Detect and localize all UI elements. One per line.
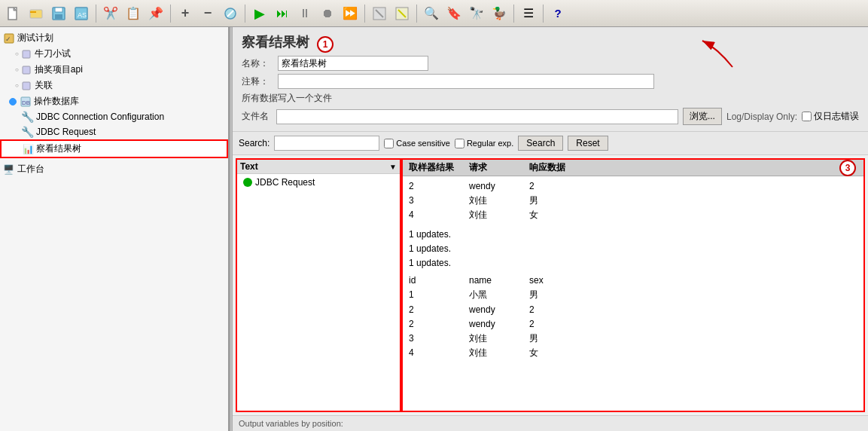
search-button-bar[interactable]: Search <box>518 136 563 151</box>
tree-item-extract[interactable]: ○ 抽奖项目api <box>0 62 228 78</box>
extract-label: 抽奖项目api <box>35 63 83 76</box>
plan-icon: ✓ <box>3 32 15 44</box>
sep5 <box>416 5 417 23</box>
search-button[interactable]: 🔍 <box>421 3 442 24</box>
table-row: 2 wendy 2 <box>409 317 857 332</box>
remove-button[interactable]: − <box>197 3 218 24</box>
cell: 1 updates. <box>409 256 454 271</box>
table-row: 1 updates. <box>409 256 857 271</box>
filename-input[interactable] <box>276 109 678 124</box>
open-button[interactable] <box>26 3 47 24</box>
clear-button[interactable] <box>220 3 241 24</box>
relation-label: 关联 <box>35 79 53 92</box>
operate-icon: DB <box>20 96 32 108</box>
saveas-button[interactable]: AS <box>71 3 92 24</box>
tree-item-worker[interactable]: 🖥️ 工作台 <box>0 161 228 177</box>
col-header-2: 请求 <box>469 161 514 174</box>
cell: 刘佳 <box>469 346 514 360</box>
help-button[interactable]: ? <box>547 3 568 24</box>
col-header-3: 响应数据 <box>529 161 574 174</box>
run-no-pause-button[interactable]: ⏭ <box>272 3 293 24</box>
sep7 <box>543 5 544 23</box>
cell: 刘佳 <box>469 332 514 346</box>
tree-item-relation[interactable]: ○ 关联 <box>0 78 228 93</box>
tree-item-result-tree[interactable]: 📊 察看结果树 2 <box>0 139 228 158</box>
search-bar: Search: Case sensitive Regular exp. Sear… <box>233 132 868 155</box>
add-button[interactable]: + <box>175 3 196 24</box>
search-input[interactable] <box>274 136 379 151</box>
only-errors-checkbox[interactable]: 仅日志错误 <box>802 110 859 123</box>
run-button[interactable]: ▶ <box>249 3 270 24</box>
table-row: 2 wendy 2 <box>409 303 857 317</box>
tree-results-header: Text ▼ <box>237 160 400 174</box>
cell: wendy <box>469 303 514 317</box>
svg-rect-5 <box>55 8 62 12</box>
list-button[interactable]: ☰ <box>518 3 539 24</box>
sep6 <box>513 5 514 23</box>
clear-all-button[interactable] <box>369 3 390 24</box>
data-panel: 取样器结果 请求 响应数据 3 2 wendy 2 <box>401 158 865 412</box>
main-layout: ✓ 测试计划 ○ 牛刀小试 ○ 抽奖项目api ○ <box>0 27 868 431</box>
run-thread-button[interactable]: ⏩ <box>340 3 361 24</box>
case-sensitive-checkbox[interactable] <box>384 139 394 148</box>
cell: name <box>469 274 514 288</box>
result-tree-icon: 📊 <box>23 144 34 154</box>
svg-rect-6 <box>55 14 62 19</box>
only-errors-label: 仅日志错误 <box>814 110 859 123</box>
callout-1: 1 <box>317 36 333 53</box>
bullet-relation: ○ <box>15 82 19 89</box>
tree-item-knife[interactable]: ○ 牛刀小试 <box>0 46 228 62</box>
svg-text:DB: DB <box>22 99 30 106</box>
jdbc-result-item[interactable]: JDBC Request <box>237 174 400 191</box>
clear-btn2[interactable] <box>391 3 413 24</box>
paste-button[interactable]: 📌 <box>145 3 166 24</box>
tree-item-operate-db[interactable]: DB 操作数据库 <box>0 93 228 109</box>
pause-button[interactable]: ⏸ <box>294 3 315 24</box>
table-row: 1 updates. <box>409 228 857 242</box>
copy-button[interactable]: 📋 <box>123 3 144 24</box>
new-button[interactable] <box>3 3 24 24</box>
knife-icon <box>20 48 32 60</box>
binoculars-button[interactable]: 🔭 <box>466 3 487 24</box>
filename-label: 文件名 <box>242 110 272 123</box>
left-panel: ✓ 测试计划 ○ 牛刀小试 ○ 抽奖项目api ○ <box>0 27 230 431</box>
regular-exp-label[interactable]: Regular exp. <box>455 139 513 148</box>
svg-text:AS: AS <box>78 11 87 19</box>
regular-exp-checkbox[interactable] <box>455 139 464 148</box>
right-panel: 察看结果树 1 名称： 注释： 所有数据写入一个文件 文件名 浏览... <box>233 27 868 431</box>
tree-item-plan[interactable]: ✓ 测试计划 <box>0 30 228 46</box>
table-row: 3 刘佳 男 <box>409 332 857 346</box>
bullet-extract: ○ <box>15 66 19 73</box>
stop-button[interactable]: ⏺ <box>317 3 338 24</box>
page-title: 察看结果树 <box>242 33 309 51</box>
browse-button[interactable]: 浏览... <box>683 108 722 125</box>
table-row: 3 刘佳 男 <box>409 194 857 208</box>
text-column-header: Text <box>240 161 386 172</box>
sep2 <box>170 5 171 23</box>
success-icon <box>243 178 252 187</box>
data-header: 取样器结果 请求 响应数据 3 <box>403 160 863 176</box>
bottom-bar: Output variables by position: <box>233 415 868 431</box>
cell: 4 <box>409 208 454 222</box>
bullet-knife: ○ <box>15 50 19 57</box>
svg-rect-3 <box>30 11 36 13</box>
save-button[interactable] <box>48 3 69 24</box>
all-data-label: 所有数据写入一个文件 <box>242 92 859 105</box>
name-input[interactable] <box>278 56 428 71</box>
case-sensitive-label[interactable]: Case sensitive <box>384 139 450 148</box>
tree-item-jdbc-config[interactable]: 🔧 JDBC Connection Configuration <box>0 109 228 124</box>
tree-results-panel: Text ▼ JDBC Request <box>236 158 401 412</box>
cut-button[interactable]: ✂️ <box>100 3 121 24</box>
sep4 <box>364 5 365 23</box>
cell: sex <box>529 274 574 288</box>
tree-item-jdbc-request[interactable]: 🔧 JDBC Request <box>0 124 228 139</box>
reset-button[interactable]: Reset <box>568 136 608 151</box>
dropdown-arrow-icon[interactable]: ▼ <box>389 163 397 171</box>
cell: 刘佳 <box>469 208 514 222</box>
log-display-label: Log/Display Only: <box>726 112 797 122</box>
bookmark-button[interactable]: 🔖 <box>443 3 464 24</box>
cell: 男 <box>529 288 574 302</box>
info-button[interactable]: 🦆 <box>489 3 510 24</box>
comment-input[interactable] <box>278 74 654 89</box>
svg-rect-2 <box>30 10 42 18</box>
